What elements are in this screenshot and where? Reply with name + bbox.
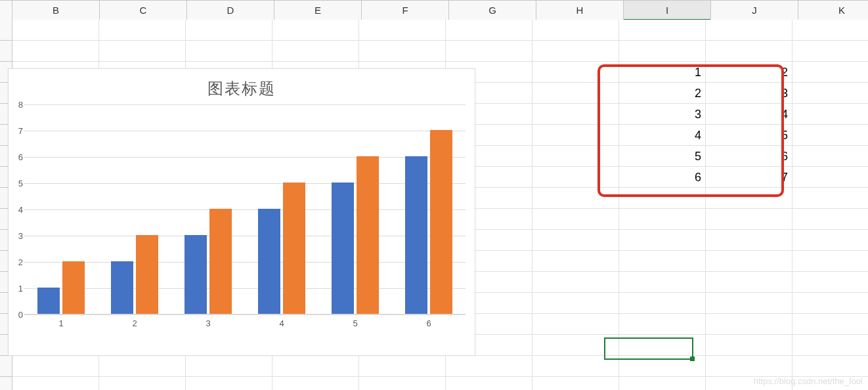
cell[interactable] <box>12 377 99 390</box>
cell[interactable] <box>532 272 619 293</box>
cell[interactable] <box>186 41 272 62</box>
cell[interactable] <box>186 377 272 390</box>
cell[interactable] <box>12 41 99 62</box>
cell[interactable] <box>532 125 619 146</box>
cell[interactable] <box>99 41 186 62</box>
cell[interactable] <box>272 356 359 377</box>
cell[interactable] <box>706 188 792 209</box>
cell[interactable] <box>12 20 99 41</box>
cell[interactable] <box>99 356 186 377</box>
cell[interactable]: 3 <box>706 83 792 104</box>
cell[interactable] <box>532 356 619 377</box>
row-header[interactable] <box>0 377 12 390</box>
cell[interactable] <box>532 62 619 83</box>
cell[interactable] <box>792 314 868 335</box>
cell[interactable] <box>99 20 186 41</box>
cell[interactable] <box>532 104 619 125</box>
cell[interactable] <box>792 146 868 167</box>
column-header-F[interactable]: F <box>362 1 449 20</box>
cell[interactable] <box>706 314 792 335</box>
cell[interactable] <box>619 251 706 272</box>
cell[interactable] <box>186 20 272 41</box>
column-header-E[interactable]: E <box>274 1 362 20</box>
cell[interactable]: 7 <box>706 167 792 188</box>
column-header-C[interactable]: C <box>100 1 187 20</box>
column-header-I[interactable]: I <box>624 1 711 20</box>
cell[interactable]: 4 <box>619 125 706 146</box>
cell[interactable] <box>532 251 619 272</box>
cell[interactable] <box>619 209 706 230</box>
chart-object[interactable]: 图表标题 012345678 123456 <box>8 68 475 356</box>
cell[interactable]: 3 <box>619 104 706 125</box>
cell[interactable] <box>706 20 792 41</box>
cell[interactable]: 5 <box>619 146 706 167</box>
cell[interactable] <box>532 188 619 209</box>
cell[interactable] <box>446 20 532 41</box>
cell[interactable]: 1 <box>619 62 706 83</box>
cell[interactable] <box>792 104 868 125</box>
cell[interactable] <box>532 377 619 390</box>
cell[interactable] <box>792 125 868 146</box>
cell[interactable] <box>792 83 868 104</box>
cell[interactable] <box>792 230 868 251</box>
cell[interactable] <box>12 356 99 377</box>
cell[interactable] <box>532 146 619 167</box>
cell[interactable] <box>792 41 868 62</box>
cell[interactable]: 4 <box>706 104 792 125</box>
cell[interactable] <box>792 188 868 209</box>
cell[interactable] <box>619 188 706 209</box>
cell[interactable] <box>532 20 619 41</box>
row-header[interactable] <box>0 20 12 41</box>
column-header-B[interactable]: B <box>12 1 100 20</box>
cell[interactable] <box>792 167 868 188</box>
cell[interactable] <box>619 335 706 356</box>
cell[interactable]: 6 <box>706 146 792 167</box>
cell[interactable] <box>532 230 619 251</box>
cell[interactable] <box>272 377 359 390</box>
cell[interactable] <box>706 251 792 272</box>
cell[interactable] <box>446 356 532 377</box>
cell[interactable] <box>532 314 619 335</box>
cell[interactable] <box>532 209 619 230</box>
cell[interactable] <box>619 41 706 62</box>
cell[interactable] <box>446 41 532 62</box>
cell[interactable] <box>619 293 706 314</box>
cell[interactable] <box>532 293 619 314</box>
cell[interactable] <box>532 335 619 356</box>
column-header-G[interactable]: G <box>449 1 536 20</box>
row-header[interactable] <box>0 356 12 377</box>
cell[interactable] <box>532 167 619 188</box>
cell[interactable] <box>792 62 868 83</box>
column-header-D[interactable]: D <box>187 1 274 20</box>
cell[interactable] <box>532 41 619 62</box>
cell[interactable] <box>706 335 792 356</box>
cell[interactable] <box>792 335 868 356</box>
cell[interactable] <box>619 20 706 41</box>
column-header-J[interactable]: J <box>711 1 798 20</box>
column-header-K[interactable]: K <box>798 1 868 20</box>
cell[interactable] <box>792 209 868 230</box>
cell[interactable] <box>619 314 706 335</box>
cell[interactable] <box>619 377 706 390</box>
cell[interactable]: 6 <box>619 167 706 188</box>
cell[interactable] <box>792 272 868 293</box>
cell[interactable] <box>186 356 272 377</box>
cell[interactable] <box>359 356 446 377</box>
cell[interactable] <box>706 356 792 377</box>
cell[interactable]: 2 <box>706 62 792 83</box>
cell[interactable]: 2 <box>619 83 706 104</box>
cell[interactable] <box>272 20 359 41</box>
cell[interactable] <box>792 293 868 314</box>
cell[interactable] <box>99 377 186 390</box>
cell[interactable] <box>359 377 446 390</box>
cell[interactable] <box>792 20 868 41</box>
cell[interactable] <box>359 41 446 62</box>
cell[interactable] <box>706 293 792 314</box>
cell[interactable] <box>272 41 359 62</box>
cell[interactable] <box>619 230 706 251</box>
cell[interactable] <box>619 272 706 293</box>
cell[interactable]: 5 <box>706 125 792 146</box>
row-header[interactable] <box>0 41 12 62</box>
cell[interactable] <box>706 230 792 251</box>
cell[interactable] <box>792 356 868 377</box>
